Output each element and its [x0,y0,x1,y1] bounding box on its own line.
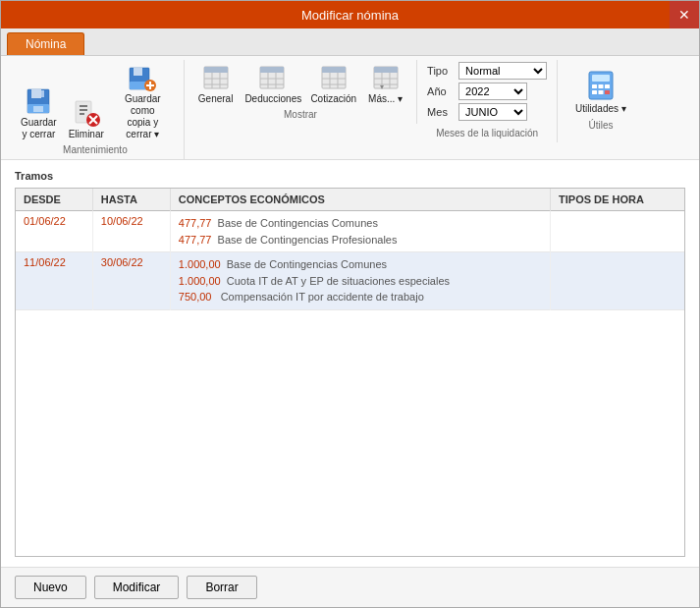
mes-select[interactable]: ENEROFEBREROMARZO ABRILMAYOJUNIO JULIOAG… [458,103,527,121]
window-title: Modificar nómina [301,8,399,23]
svg-rect-50 [605,90,610,94]
cotizacion-icon [318,62,350,93]
svg-text:▾: ▾ [380,83,384,91]
mantenimiento-buttons: Guardary cerrar [17,60,174,142]
svg-rect-37 [374,67,398,73]
svg-rect-3 [33,106,43,112]
eliminar-btn[interactable]: Eliminar [65,95,108,142]
mostrar-label: Mostrar [284,109,317,120]
svg-rect-49 [598,90,603,94]
tipo-select[interactable]: Normal Extraordinaria [458,62,547,80]
cotizacion-btn[interactable]: Cotización [306,60,360,107]
conceptos-2: 1.000,00 Base de Contingencias Comunes 1… [170,252,550,310]
calculator-icon [583,68,619,103]
main-window: Modificar nómina ✕ Nómina [0,0,700,608]
col-tipos-hora: TIPOS DE HORA [551,189,684,211]
guardar-copia-btn[interactable]: Guardar comocopia y cerrar ▾ [112,60,174,142]
col-hasta: HASTA [92,189,170,211]
hasta-2: 30/06/22 [92,252,170,310]
anio-row: Año 2022 2021 2020 [427,83,547,100]
save-copy-icon [127,62,158,93]
svg-rect-45 [592,84,597,88]
svg-rect-1 [31,89,41,98]
conceptos-1: 477,77 Base de Contingencias Comunes 477… [170,211,550,252]
utilities-group: Utilidades ▾ Útiles [558,60,644,135]
mostrar-buttons: General Deducciones [194,60,406,107]
svg-rect-19 [204,67,228,73]
guardar-copia-label: Guardar comocopia y cerrar ▾ [116,93,170,140]
tramos-table-container[interactable]: DESDE HASTA CONCEPTOS ECONÓMICOS TIPOS D… [15,188,685,557]
eliminar-label: Eliminar [69,129,104,140]
svg-rect-47 [605,84,610,88]
tipos-hora-1 [551,211,684,252]
borrar-button[interactable]: Borrar [187,576,256,599]
mas-icon: ▾ [370,62,402,93]
svg-rect-13 [134,68,142,76]
svg-rect-44 [592,75,610,82]
table-header-row: DESDE HASTA CONCEPTOS ECONÓMICOS TIPOS D… [16,189,684,211]
main-content: Tramos DESDE HASTA CONCEPTOS ECONÓMICOS … [1,160,699,567]
guardar-btn[interactable]: Guardary cerrar [17,83,61,142]
general-label: General [198,93,234,105]
mas-btn[interactable]: ▾ Más... ▾ [364,60,406,107]
tab-bar: Nómina [1,28,699,56]
tramos-section-label: Tramos [15,170,685,182]
guardar-label: Guardary cerrar [21,117,57,140]
deducciones-label: Deducciones [244,93,298,105]
svg-rect-25 [260,67,284,73]
anio-label: Año [427,85,455,97]
tipos-hora-2 [551,252,684,310]
meses-label: Meses de la liquidación [427,128,547,138]
ribbon-fields-group: Tipo Normal Extraordinaria Año 2022 2021… [417,60,558,142]
table-row[interactable]: 01/06/22 10/06/22 477,77 Base de Conting… [16,211,684,252]
mes-row: Mes ENEROFEBREROMARZO ABRILMAYOJUNIO JUL… [427,103,547,121]
table-row[interactable]: 11/06/22 30/06/22 1.000,00 Base de Conti… [16,252,684,310]
deducciones-btn[interactable]: Deducciones [241,60,302,107]
close-button[interactable]: ✕ [670,1,699,28]
deducciones-icon [256,62,288,93]
tramos-table: DESDE HASTA CONCEPTOS ECONÓMICOS TIPOS D… [16,189,684,310]
svg-rect-31 [322,67,346,73]
modificar-button[interactable]: Modificar [94,576,180,599]
cotizacion-label: Cotización [310,93,356,105]
col-conceptos: CONCEPTOS ECONÓMICOS [170,189,550,211]
desde-2: 11/06/22 [16,252,92,310]
ribbon: Guardary cerrar [1,56,699,160]
utiles-label: Útiles [588,120,613,131]
ribbon-group-mostrar: General Deducciones [185,60,417,124]
utilities-btn[interactable]: Utilidades ▾ [567,64,634,118]
svg-rect-46 [598,84,603,88]
svg-rect-4 [41,90,44,97]
utilities-label: Utilidades ▾ [575,103,626,114]
title-bar: Modificar nómina ✕ [1,1,699,28]
footer: Nuevo Modificar Borrar [1,567,699,607]
ribbon-group-mantenimiento: Guardary cerrar [7,60,185,159]
mas-label: Más... ▾ [368,93,403,105]
tipo-row: Tipo Normal Extraordinaria [427,62,547,80]
tab-nomina[interactable]: Nómina [7,32,84,55]
general-btn[interactable]: General [194,60,238,107]
hasta-1: 10/06/22 [92,211,170,252]
desde-1: 01/06/22 [16,211,92,252]
save-icon [23,85,54,117]
delete-icon [71,97,102,129]
col-desde: DESDE [16,189,92,211]
general-icon [200,62,232,93]
nuevo-button[interactable]: Nuevo [15,576,86,599]
mes-label: Mes [427,106,455,118]
anio-select[interactable]: 2022 2021 2020 [458,83,527,100]
tipo-label: Tipo [427,65,455,77]
mantenimiento-label: Mantenimiento [63,144,128,155]
svg-rect-48 [592,90,597,94]
